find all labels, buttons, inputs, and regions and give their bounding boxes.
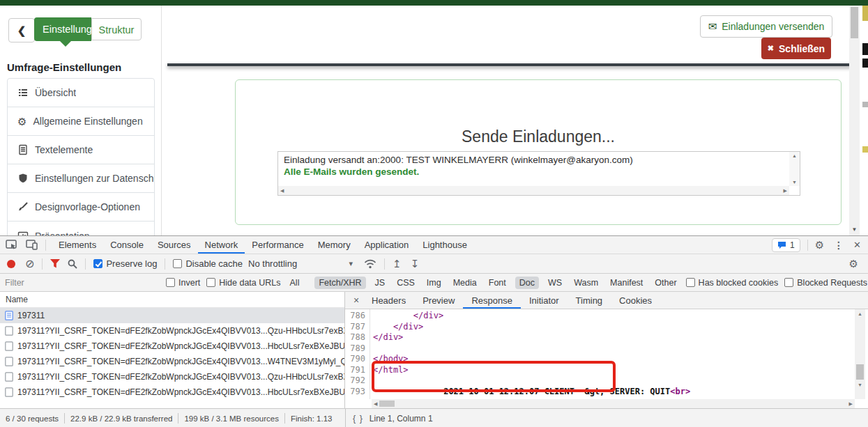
- devtools-tab-elements[interactable]: Elements: [52, 236, 103, 254]
- request-row[interactable]: 197311?YII_CSRF_TOKEN=dFE2fkZobWpnckJGcE…: [0, 339, 344, 354]
- scroll-left-icon[interactable]: ◀: [374, 401, 377, 406]
- detail-tab-cookies[interactable]: Cookies: [611, 292, 660, 309]
- network-filter-input[interactable]: Filter: [5, 278, 160, 288]
- devtools-tab-sources[interactable]: Sources: [151, 236, 198, 254]
- resources-size: 199 kB / 3.1 MB resources: [184, 414, 279, 423]
- devtools-settings-icon[interactable]: ⚙: [815, 239, 824, 251]
- filter-type-js[interactable]: JS: [372, 277, 388, 289]
- scroll-down-icon[interactable]: ▼: [849, 226, 860, 233]
- sidebar-item-praesentation[interactable]: Präsentation: [8, 222, 154, 235]
- invert-label: Invert: [178, 278, 200, 288]
- checkbox-unchecked-icon[interactable]: [166, 278, 175, 287]
- import-har-icon[interactable]: ↥: [393, 258, 402, 269]
- devtools-tab-network[interactable]: Network: [198, 236, 245, 254]
- tab-struktur[interactable]: Struktur: [91, 18, 142, 40]
- devtools-tab-application[interactable]: Application: [358, 236, 416, 254]
- sidebar-item-designvorlage[interactable]: Designvorlage-Optionen: [8, 193, 154, 222]
- device-toolbar-icon[interactable]: [26, 240, 38, 250]
- devtools-tab-console[interactable]: Console: [103, 236, 151, 254]
- hide-data-urls-checkbox[interactable]: Hide data URLs: [206, 278, 280, 288]
- sidebar-item-uebersicht[interactable]: Übersicht: [8, 79, 154, 107]
- scroll-right-icon[interactable]: ▶: [849, 401, 853, 406]
- detail-tab-headers[interactable]: Headers: [363, 292, 414, 309]
- devtools-tab-bar: Elements Console Sources Network Perform…: [0, 236, 868, 254]
- filter-type-img[interactable]: Img: [424, 277, 444, 289]
- scrollbar-thumb[interactable]: [851, 7, 858, 38]
- filter-type-media[interactable]: Media: [450, 277, 480, 289]
- filter-type-ws[interactable]: WS: [545, 277, 565, 289]
- checkbox-unchecked-icon[interactable]: [784, 278, 793, 287]
- devtools-tab-memory[interactable]: Memory: [311, 236, 358, 254]
- detail-tab-initiator[interactable]: Initiator: [521, 292, 568, 309]
- network-conditions-icon[interactable]: [364, 259, 376, 269]
- filter-funnel-icon[interactable]: [50, 259, 60, 268]
- request-row[interactable]: 197311?YII_CSRF_TOKEN=dFE2fkZobWpnckJGcE…: [0, 354, 344, 369]
- request-name: 197311?YII_CSRF_TOKEN=dFE2fkZobWpnckJGcE…: [17, 326, 344, 336]
- preserve-log-checkbox[interactable]: Preserve log: [93, 258, 157, 269]
- sidebar-item-textelemente[interactable]: Textelemente: [8, 136, 154, 164]
- has-blocked-cookies-checkbox[interactable]: Has blocked cookies: [686, 278, 779, 288]
- filter-type-font[interactable]: Font: [486, 277, 509, 289]
- request-row[interactable]: 197311?YII_CSRF_TOKEN=dFE2fkZobWpnckJGcE…: [0, 369, 344, 385]
- clear-network-log-icon[interactable]: ⊘: [25, 258, 34, 270]
- filter-type-css[interactable]: CSS: [394, 277, 418, 289]
- br-tag-text: <br>: [670, 387, 690, 396]
- checkbox-unchecked-icon[interactable]: [173, 259, 182, 268]
- issues-counter[interactable]: 1: [772, 238, 800, 252]
- export-har-icon[interactable]: ↧: [411, 258, 420, 269]
- sidebar-item-datenschutz[interactable]: Einstellungen zur Datenschutz: [8, 164, 154, 193]
- line-number: 787: [345, 322, 370, 333]
- scroll-left-icon[interactable]: ◀: [280, 188, 284, 193]
- scroll-down-icon[interactable]: ▼: [792, 180, 797, 185]
- log-horizontal-scrollbar[interactable]: ◀ ▶: [278, 186, 789, 195]
- close-x-icon: ✖: [768, 44, 774, 53]
- scroll-up-icon[interactable]: ▲: [792, 153, 797, 158]
- checkbox-checked-icon[interactable]: [93, 259, 102, 268]
- close-button[interactable]: ✖ Schließen: [761, 38, 831, 59]
- detail-tab-response[interactable]: Response: [463, 292, 521, 309]
- log-vertical-scrollbar[interactable]: ▲ ▼: [789, 152, 800, 186]
- filter-type-manifest[interactable]: Manifest: [607, 277, 646, 289]
- request-row[interactable]: 197311?YII_CSRF_TOKEN=dFE2fkZobWpnckJGcE…: [0, 385, 344, 400]
- devtools-menu-icon[interactable]: ⋮: [834, 240, 844, 251]
- invert-checkbox[interactable]: Invert: [166, 278, 200, 288]
- send-invitations-button[interactable]: ✉ Einladungen versenden: [700, 15, 832, 38]
- devtools-tab-performance[interactable]: Performance: [245, 236, 310, 254]
- response-vertical-scrollbar[interactable]: ▲ ▼: [855, 309, 865, 399]
- scroll-up-icon[interactable]: ▲: [858, 311, 862, 316]
- blocked-requests-checkbox[interactable]: Blocked Requests: [784, 278, 867, 288]
- sidebar-item-allgemeine-einstellungen[interactable]: ⚙ Allgemeine Einstellungen: [8, 107, 154, 136]
- back-button[interactable]: ❮: [8, 18, 35, 42]
- response-horizontal-scrollbar[interactable]: ◀ ▶: [372, 399, 855, 408]
- request-row[interactable]: 197311?YII_CSRF_TOKEN=dFE2fkZobWpnckJGcE…: [0, 323, 344, 339]
- filter-type-wasm[interactable]: Wasm: [571, 277, 601, 289]
- filter-type-all[interactable]: All: [287, 277, 303, 289]
- record-network-log-button[interactable]: [7, 260, 15, 268]
- detail-tab-timing[interactable]: Timing: [568, 292, 611, 309]
- scroll-down-icon[interactable]: ▼: [858, 382, 862, 387]
- shield-icon: [17, 173, 29, 184]
- request-row-selected[interactable]: 197311: [0, 308, 344, 323]
- filter-type-doc[interactable]: Doc: [515, 277, 539, 289]
- throttling-dropdown[interactable]: No throttling ▾: [248, 258, 353, 269]
- inspect-element-icon[interactable]: [6, 240, 19, 251]
- page-vertical-scrollbar[interactable]: ▼: [849, 6, 860, 235]
- dialog-title: Sende Einladungen...: [236, 127, 841, 146]
- network-settings-icon[interactable]: ⚙: [849, 258, 858, 270]
- scroll-right-icon[interactable]: ▶: [784, 188, 787, 193]
- checkbox-unchecked-icon[interactable]: [206, 278, 215, 287]
- send-invitations-dialog: Sende Einladungen... Einladung versandt …: [235, 79, 842, 225]
- close-detail-icon[interactable]: ×: [349, 295, 363, 306]
- devtools-close-icon[interactable]: ✕: [853, 240, 861, 250]
- requests-column-header[interactable]: Name: [0, 292, 344, 308]
- search-icon[interactable]: [68, 259, 77, 269]
- detail-tab-preview[interactable]: Preview: [414, 292, 463, 309]
- filter-type-other[interactable]: Other: [652, 277, 679, 289]
- filter-type-fetch-xhr[interactable]: Fetch/XHR: [314, 277, 365, 289]
- scrollbar-thumb[interactable]: [856, 364, 864, 380]
- checkbox-unchecked-icon[interactable]: [686, 278, 695, 287]
- disable-cache-checkbox[interactable]: Disable cache: [173, 258, 243, 269]
- scrollbar-thumb[interactable]: [379, 401, 395, 407]
- tab-einstellungen[interactable]: Einstellungen: [34, 17, 91, 41]
- devtools-tab-lighthouse[interactable]: Lighthouse: [416, 236, 474, 254]
